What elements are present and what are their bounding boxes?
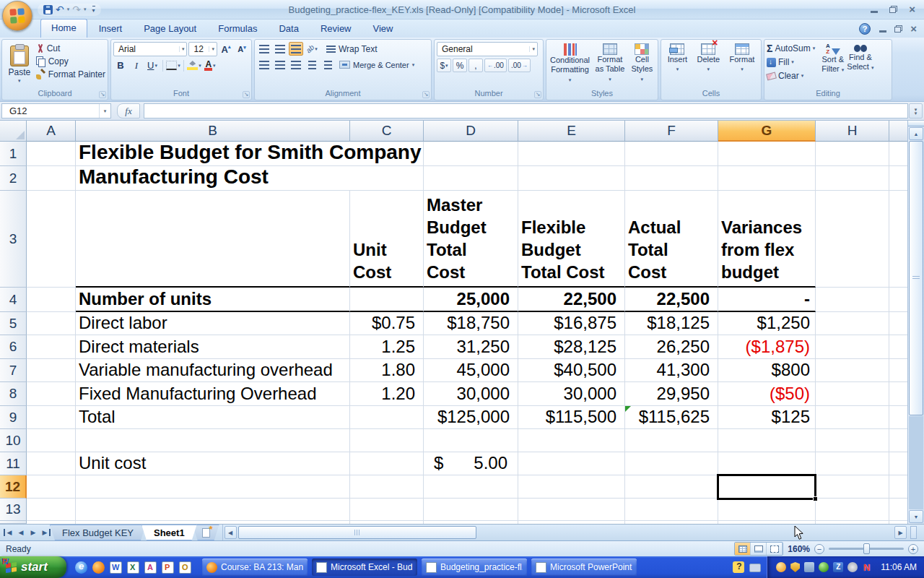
cell-B12[interactable] xyxy=(76,475,350,499)
column-header-G[interactable]: G xyxy=(718,121,816,142)
percent-style-button[interactable]: % xyxy=(453,59,467,72)
accounting-format-button[interactable]: $▾ xyxy=(437,59,451,72)
name-box-dropdown-icon[interactable]: ▾ xyxy=(99,104,110,118)
cell-B1[interactable]: Flexible Budget for Smith Company xyxy=(76,142,350,166)
cell-F6[interactable]: 26,250 xyxy=(625,335,718,359)
customize-qat-icon[interactable]: ▾ xyxy=(92,6,95,14)
formula-input[interactable] xyxy=(144,103,908,118)
cell-F11[interactable] xyxy=(625,452,718,475)
next-sheet-icon[interactable]: ▶ xyxy=(28,529,38,536)
cell-B6[interactable]: Direct materials xyxy=(76,335,350,359)
taskbar-window-word[interactable]: Budgeting_practice-fl... xyxy=(422,558,527,576)
shield-icon[interactable] xyxy=(790,562,800,572)
cell-A7[interactable] xyxy=(27,359,76,382)
fill-handle[interactable] xyxy=(813,496,818,501)
cell-A2[interactable] xyxy=(27,166,76,191)
cell-I6[interactable] xyxy=(889,335,908,359)
sheet-tab-sheet1[interactable]: Sheet1 xyxy=(141,525,197,540)
last-sheet-icon[interactable]: ▶ xyxy=(40,529,51,536)
format-painter-button[interactable]: Format Painter xyxy=(36,69,105,79)
cell-D6[interactable]: 31,250 xyxy=(424,335,518,359)
autosum-button[interactable]: ΣAutoSum▾ xyxy=(767,43,815,53)
fill-button[interactable]: Fill▾ xyxy=(767,57,815,67)
cell-D9[interactable]: $125,000 xyxy=(424,406,518,429)
cell-H13[interactable] xyxy=(816,499,889,521)
undo-icon[interactable]: ↶ xyxy=(56,5,64,14)
cell-I11[interactable] xyxy=(889,452,908,475)
cell-H9[interactable] xyxy=(816,406,889,429)
cell-D13[interactable] xyxy=(424,499,518,521)
cell-B3[interactable] xyxy=(76,191,350,288)
cell-E9[interactable]: $115,500 xyxy=(518,406,625,429)
row-header-7[interactable]: 7 xyxy=(0,359,27,382)
row-header-5[interactable]: 5 xyxy=(0,312,27,335)
cell-A4[interactable] xyxy=(27,288,76,312)
name-box[interactable]: G12 ▾ xyxy=(1,103,111,118)
horizontal-scrollbar[interactable]: ◀ ▶ xyxy=(222,525,924,540)
previous-sheet-icon[interactable]: ◀ xyxy=(16,529,26,536)
cell-B5[interactable]: Direct labor xyxy=(76,312,350,335)
cell-G2[interactable] xyxy=(718,166,816,191)
ribbon-tab-formulas[interactable]: Formulas xyxy=(208,20,267,38)
workbook-restore-icon[interactable] xyxy=(894,25,902,33)
cell-H6[interactable] xyxy=(816,335,889,359)
shrink-font-button[interactable]: A▾ xyxy=(235,43,249,56)
tab-split-handle[interactable] xyxy=(910,526,917,539)
cell-H3[interactable] xyxy=(816,191,889,288)
cell-F12[interactable] xyxy=(625,475,718,499)
cell-I12[interactable] xyxy=(889,475,908,499)
align-right-button[interactable] xyxy=(289,58,303,72)
minimize-icon[interactable] xyxy=(871,11,878,13)
firefox-icon[interactable] xyxy=(92,561,105,574)
cell-E5[interactable]: $16,875 xyxy=(518,312,625,335)
font-dialog-launcher-icon[interactable]: ↘ xyxy=(243,91,250,98)
ribbon-tab-insert[interactable]: Insert xyxy=(89,20,133,38)
cell-H7[interactable] xyxy=(816,359,889,382)
scroll-right-icon[interactable]: ▶ xyxy=(894,526,907,539)
cell-H5[interactable] xyxy=(816,312,889,335)
zoom-slider-thumb[interactable] xyxy=(863,543,870,554)
number-format-select[interactable]: General▾ xyxy=(437,42,538,56)
redo-dropdown-icon[interactable]: ▾ xyxy=(84,7,87,12)
zoom-in-icon[interactable]: + xyxy=(908,544,918,554)
column-header-C[interactable]: C xyxy=(350,121,424,142)
column-header-A[interactable]: A xyxy=(27,121,76,142)
cell-H8[interactable] xyxy=(816,382,889,406)
page-layout-view-button[interactable] xyxy=(751,543,767,555)
cell-G13[interactable] xyxy=(718,499,816,521)
redo-icon[interactable]: ↷ xyxy=(72,5,81,14)
row-header-9[interactable]: 9 xyxy=(0,406,27,429)
font-size-select[interactable]: 12▾ xyxy=(188,42,217,56)
row-header-13[interactable]: 13 xyxy=(0,499,27,521)
row-header-6[interactable]: 6 xyxy=(0,335,27,359)
ribbon-tab-home[interactable]: Home xyxy=(40,19,87,38)
horizontal-scroll-thumb[interactable] xyxy=(238,526,476,539)
ribbon-tab-data[interactable]: Data xyxy=(269,20,308,38)
row-header-1[interactable]: 1 xyxy=(0,142,27,166)
display-icon[interactable] xyxy=(749,564,761,572)
cell-H12[interactable] xyxy=(816,475,889,499)
cell-C2[interactable] xyxy=(350,166,424,191)
increase-indent-button[interactable] xyxy=(321,58,335,72)
cell-F13[interactable] xyxy=(625,499,718,521)
cell-D4[interactable]: 25,000 xyxy=(424,288,518,312)
cell-styles-button[interactable]: Cell Styles ▾ xyxy=(629,42,655,88)
help-icon[interactable] xyxy=(733,561,744,573)
page-break-view-button[interactable] xyxy=(767,543,783,555)
cell-F7[interactable]: 41,300 xyxy=(625,359,718,382)
cell-C11[interactable] xyxy=(350,452,424,475)
cell-F4[interactable]: 22,500 xyxy=(625,288,718,312)
cell-D7[interactable]: 45,000 xyxy=(424,359,518,382)
cell-D5[interactable]: $18,750 xyxy=(424,312,518,335)
row-header-3[interactable]: 3 xyxy=(0,191,27,288)
column-header-H[interactable]: H xyxy=(816,121,889,142)
scroll-up-icon[interactable]: ▲ xyxy=(909,127,923,140)
taskbar-window-powerpoint[interactable]: Microsoft PowerPoint ... xyxy=(531,558,637,576)
grow-font-button[interactable]: A▴ xyxy=(219,43,233,56)
cell-B11[interactable]: Unit cost xyxy=(76,452,350,475)
excel-icon[interactable] xyxy=(127,561,139,574)
decrease-decimal-button[interactable]: .00 xyxy=(508,59,531,72)
row-header-12[interactable]: 12 xyxy=(0,475,27,499)
volume-icon[interactable] xyxy=(847,562,858,572)
cell-C6[interactable]: 1.25 xyxy=(350,335,424,359)
